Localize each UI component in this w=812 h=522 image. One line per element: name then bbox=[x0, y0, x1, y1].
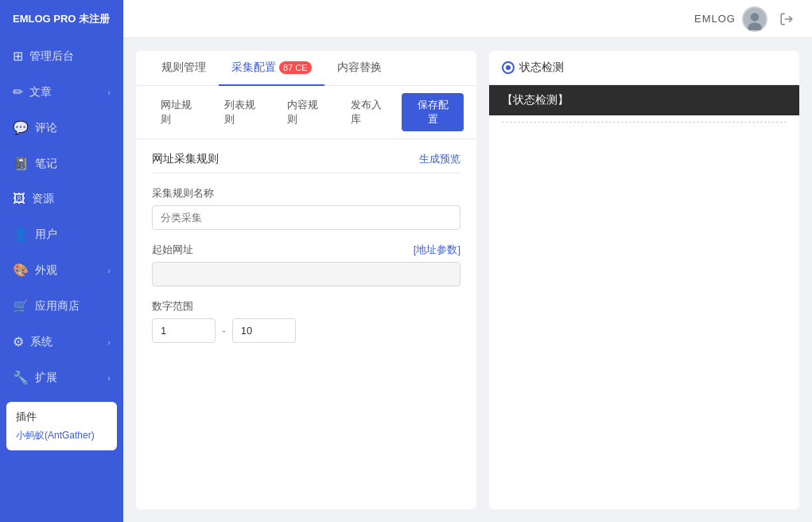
rule-name-input[interactable] bbox=[152, 205, 460, 230]
appstore-icon: 🛒 bbox=[13, 298, 29, 314]
tab-label: 采集配置 bbox=[231, 60, 276, 75]
chevron-right-icon: › bbox=[107, 337, 111, 347]
svg-point-1 bbox=[751, 13, 760, 21]
sidebar-item-dashboard[interactable]: ⊞ 管理后台 bbox=[0, 38, 123, 74]
sub-tabs: 网址规则 列表规则 内容规则 发布入库 保存配置 bbox=[136, 86, 476, 139]
system-icon: ⚙ bbox=[13, 334, 24, 349]
sidebar-item-label: 系统 bbox=[30, 335, 52, 349]
sub-tab-label: 网址规则 bbox=[161, 99, 192, 125]
topbar-logo: EMLOG PRO 未注册 bbox=[0, 0, 123, 38]
generate-preview-link[interactable]: 生成预览 bbox=[419, 152, 460, 166]
status-panel-body: 【状态检测】 bbox=[489, 85, 799, 123]
tab-publish[interactable]: 发布入库 bbox=[339, 92, 396, 132]
avatar[interactable] bbox=[742, 6, 767, 32]
status-panel-header: 状态检测 bbox=[489, 51, 799, 85]
section-title-text: 网址采集规则 bbox=[152, 152, 219, 166]
resource-icon: 🖼 bbox=[13, 192, 25, 206]
start-url-group: 起始网址 [地址参数] bbox=[152, 243, 460, 286]
tab-content-replace[interactable]: 内容替换 bbox=[324, 51, 394, 86]
topbar-right: EMLOG bbox=[694, 6, 799, 32]
chevron-right-icon: › bbox=[107, 88, 111, 97]
sidebar-item-appearance[interactable]: 🎨 外观 › bbox=[0, 252, 123, 288]
range-start-input[interactable] bbox=[152, 318, 216, 343]
form-divider bbox=[152, 173, 460, 173]
left-panel: 规则管理 采集配置 87 CE 内容替换 网址规则 列表规则 bbox=[136, 51, 476, 509]
range-dash: - bbox=[222, 325, 226, 337]
tab-collect-config[interactable]: 采集配置 87 CE bbox=[219, 51, 324, 86]
sidebar-item-system[interactable]: ⚙ 系统 › bbox=[0, 324, 123, 360]
number-range-label: 数字范围 bbox=[152, 299, 460, 314]
sidebar-item-article[interactable]: ✏ 文章 › bbox=[0, 74, 123, 110]
main-tabs: 规则管理 采集配置 87 CE 内容替换 bbox=[136, 51, 476, 86]
article-icon: ✏ bbox=[13, 84, 23, 99]
rule-name-group: 采集规则名称 bbox=[152, 186, 460, 230]
sidebar-item-label: 笔记 bbox=[35, 157, 57, 171]
tab-label: 规则管理 bbox=[161, 60, 206, 75]
sidebar-item-label: 管理后台 bbox=[29, 49, 74, 64]
status-panel-title: 状态检测 bbox=[519, 60, 564, 75]
topbar-action-icon[interactable] bbox=[774, 6, 799, 32]
tab-content-rule[interactable]: 内容规则 bbox=[275, 92, 332, 132]
comment-icon: 💬 bbox=[13, 120, 29, 135]
layout: ⊞ 管理后台 ✏ 文章 › 💬 评论 📓 笔记 🖼 资源 👤 用户 🎨 外观 › bbox=[0, 38, 812, 522]
sidebar-item-user[interactable]: 👤 用户 bbox=[0, 216, 123, 252]
number-range-container: - bbox=[152, 318, 460, 343]
sidebar-item-note[interactable]: 📓 笔记 bbox=[0, 146, 123, 181]
start-url-input[interactable] bbox=[152, 262, 460, 286]
tab-label: 内容替换 bbox=[337, 60, 382, 75]
number-range-group: 数字范围 - bbox=[152, 299, 460, 343]
sidebar-item-label: 文章 bbox=[29, 85, 52, 99]
sidebar: ⊞ 管理后台 ✏ 文章 › 💬 评论 📓 笔记 🖼 资源 👤 用户 🎨 外观 › bbox=[0, 38, 123, 522]
status-result-label: 【状态检测】 bbox=[489, 85, 799, 115]
sidebar-item-label: 扩展 bbox=[35, 371, 57, 385]
sidebar-item-resource[interactable]: 🖼 资源 bbox=[0, 181, 123, 216]
sidebar-item-label: 外观 bbox=[35, 263, 57, 278]
sidebar-item-label: 应用商店 bbox=[35, 299, 80, 314]
tab-list-rule[interactable]: 列表规则 bbox=[212, 92, 270, 132]
rule-name-label: 采集规则名称 bbox=[152, 186, 460, 201]
range-end-input[interactable] bbox=[232, 318, 296, 343]
sidebar-item-extend[interactable]: 🔧 扩展 › bbox=[0, 360, 123, 395]
topbar-username: EMLOG bbox=[694, 13, 736, 25]
extend-icon: 🔧 bbox=[13, 370, 29, 385]
plugin-card-title: 插件 bbox=[16, 410, 107, 424]
status-indicator-icon bbox=[502, 61, 515, 74]
start-url-label: 起始网址 bbox=[152, 243, 193, 257]
form-area: 网址采集规则 生成预览 采集规则名称 起始网址 [地址参数] 数字范围 bbox=[136, 139, 476, 368]
sidebar-item-appstore[interactable]: 🛒 应用商店 bbox=[0, 288, 123, 324]
chevron-right-icon: › bbox=[107, 266, 111, 275]
collect-badge: 87 CE bbox=[279, 61, 312, 74]
tab-url-rule[interactable]: 网址规则 bbox=[149, 92, 206, 132]
sidebar-item-label: 资源 bbox=[32, 192, 54, 206]
topbar: EMLOG PRO 未注册 EMLOG bbox=[0, 0, 812, 38]
main-content: 规则管理 采集配置 87 CE 内容替换 网址规则 列表规则 bbox=[123, 38, 812, 522]
sidebar-item-label: 评论 bbox=[35, 121, 57, 135]
sidebar-item-label: 用户 bbox=[35, 228, 57, 242]
dashboard-icon: ⊞ bbox=[13, 49, 23, 64]
user-icon: 👤 bbox=[13, 227, 29, 242]
form-section-title: 网址采集规则 生成预览 bbox=[152, 152, 460, 166]
status-dashed-divider bbox=[502, 122, 787, 123]
tab-rule-management[interactable]: 规则管理 bbox=[149, 51, 219, 86]
sidebar-item-comment[interactable]: 💬 评论 bbox=[0, 110, 123, 146]
right-panel: 状态检测 【状态检测】 bbox=[489, 51, 799, 509]
status-icon-inner bbox=[506, 65, 511, 70]
save-config-button[interactable]: 保存配置 bbox=[402, 93, 464, 131]
url-params-link[interactable]: [地址参数] bbox=[414, 243, 460, 257]
sub-tab-label: 发布入库 bbox=[351, 99, 382, 125]
appearance-icon: 🎨 bbox=[13, 263, 29, 278]
topbar-logo-text: EMLOG PRO 未注册 bbox=[13, 12, 110, 26]
chevron-right-icon: › bbox=[107, 373, 111, 383]
plugin-card: 插件 小蚂蚁(AntGather) bbox=[6, 402, 117, 450]
sub-tab-label: 列表规则 bbox=[224, 99, 255, 125]
sub-tab-label: 内容规则 bbox=[287, 99, 318, 125]
note-icon: 📓 bbox=[13, 156, 29, 171]
plugin-card-link[interactable]: 小蚂蚁(AntGather) bbox=[16, 429, 107, 442]
